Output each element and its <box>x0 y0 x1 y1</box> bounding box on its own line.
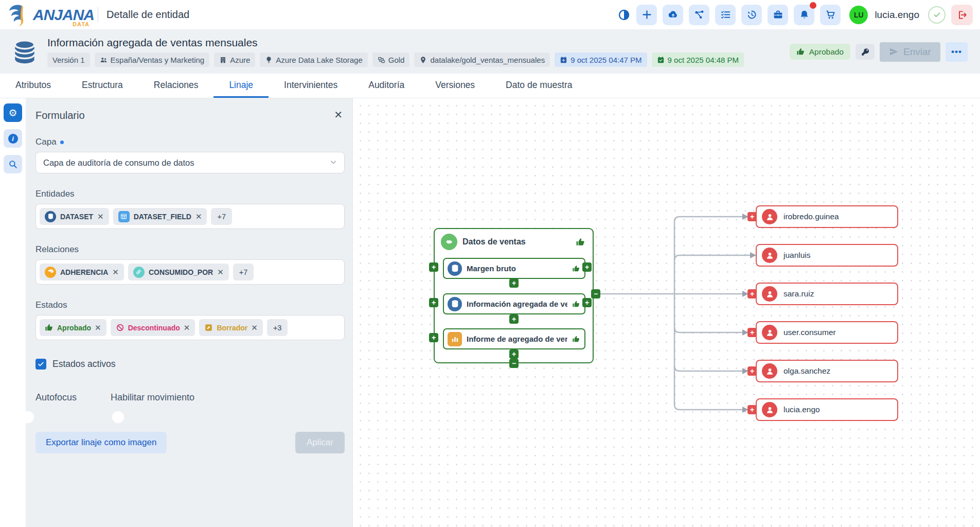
chip-descontinuado[interactable]: Descontinuado✕ <box>111 319 195 336</box>
tab-intervinientes[interactable]: Intervinientes <box>269 74 353 98</box>
capa-select[interactable]: Capa de auditoría de consumo de datos <box>35 152 345 173</box>
tab-auditor-a[interactable]: Auditoría <box>353 74 420 98</box>
remove-chip-icon[interactable]: ✕ <box>195 212 202 221</box>
expand-plus-button[interactable]: + <box>509 349 519 359</box>
thumbs-up-icon <box>572 300 580 308</box>
briefcase-button[interactable] <box>768 5 788 25</box>
add-button[interactable] <box>636 5 657 25</box>
movimiento-label: Habilitar movimiento <box>111 392 194 403</box>
entity-badge: Versión 1 <box>47 52 90 67</box>
estados-label: Estados <box>35 300 345 310</box>
more-count-chip[interactable]: +7 <box>233 264 254 280</box>
tab-atributos[interactable]: Atributos <box>0 74 66 98</box>
tab-versiones[interactable]: Versiones <box>420 74 490 98</box>
chip-consumido_por[interactable]: CONSUMIDO_POR✕ <box>128 264 229 280</box>
apply-button[interactable]: Aplicar <box>295 432 345 453</box>
user-node-lucia.engo[interactable]: lucia.engo <box>756 398 898 421</box>
lineage-node[interactable]: Margen bruto <box>443 258 585 279</box>
estados-activos-checkbox[interactable] <box>35 359 46 370</box>
collapse-minus-button[interactable]: − <box>509 359 519 368</box>
more-count-chip[interactable]: +3 <box>267 319 288 336</box>
chip-borrador[interactable]: Borrador✕ <box>199 319 262 336</box>
database-icon <box>45 211 56 222</box>
lineage-node[interactable]: Informe de agregado de vent.. <box>443 328 585 349</box>
remove-chip-icon[interactable]: ✕ <box>251 323 258 332</box>
expand-plus-button[interactable]: + <box>582 298 592 307</box>
remove-chip-icon[interactable]: ✕ <box>184 323 190 332</box>
remove-chip-icon[interactable]: ✕ <box>97 212 104 221</box>
logo-subtext: DATA <box>73 21 90 27</box>
expand-plus-button[interactable]: + <box>747 212 757 221</box>
remove-chip-icon[interactable]: ✕ <box>112 268 119 277</box>
send-button[interactable]: Enviar <box>880 42 940 62</box>
user-icon <box>762 209 777 224</box>
tab-relaciones[interactable]: Relaciones <box>138 74 214 98</box>
anjana-logo[interactable]: ANJANA DATA <box>5 3 91 27</box>
chip-adherencia[interactable]: ADHERENCIA✕ <box>40 264 124 280</box>
notifications-button[interactable] <box>794 5 814 25</box>
key-icon <box>45 267 56 278</box>
user-node-sara.ruiz[interactable]: sara.ruiz <box>756 283 898 305</box>
entity-tabs: AtributosEstructuraRelacionesLinajeInter… <box>0 74 980 98</box>
database-icon <box>448 261 462 276</box>
expand-plus-button[interactable]: + <box>429 333 438 342</box>
expand-plus-button[interactable]: + <box>429 262 438 272</box>
chip-aprobado[interactable]: Aprobado✕ <box>40 319 106 336</box>
more-actions-button[interactable]: ••• <box>946 42 968 62</box>
cart-button[interactable] <box>820 5 841 25</box>
entidades-multiselect[interactable]: DATASET✕DATASET_FIELD✕+7 <box>35 204 345 229</box>
user-node-olga.sanchez[interactable]: olga.sanchez <box>756 360 898 382</box>
history-button[interactable] <box>741 5 762 25</box>
search-button[interactable] <box>4 155 22 173</box>
expand-plus-button[interactable]: + <box>747 405 757 414</box>
estados-multiselect[interactable]: Aprobado✕Descontinuado✕Borrador✕+3 <box>35 315 345 340</box>
contrast-icon[interactable] <box>617 8 631 22</box>
lineage-button[interactable] <box>689 5 709 25</box>
chip-dataset[interactable]: DATASET✕ <box>40 208 109 225</box>
pencil-square-icon <box>204 323 213 332</box>
expand-plus-button[interactable]: + <box>582 262 592 272</box>
session-check-icon <box>928 6 946 24</box>
collapse-minus-button[interactable]: − <box>591 289 600 298</box>
left-icon-rail: ⚙ i <box>0 98 26 527</box>
expand-plus-button[interactable]: + <box>747 289 757 298</box>
form-settings-button[interactable]: ⚙ <box>4 103 22 122</box>
user-node-user.consumer[interactable]: user.consumer <box>756 321 898 344</box>
lineage-node[interactable]: Información agregada de vent.. <box>443 293 585 314</box>
navbar-actions: LU lucia.engo <box>617 5 973 25</box>
user-node-juanluis[interactable]: juanluis <box>756 244 898 267</box>
expand-plus-button[interactable]: + <box>509 314 519 324</box>
prohibited-icon <box>116 323 124 332</box>
remove-chip-icon[interactable]: ✕ <box>217 268 224 277</box>
user-avatar[interactable]: LU <box>849 6 868 24</box>
expand-plus-button[interactable]: + <box>429 298 438 307</box>
thumb-icon <box>45 323 54 332</box>
relaciones-multiselect[interactable]: ADHERENCIA✕CONSUMIDO_POR✕+7 <box>35 259 345 285</box>
expand-plus-button[interactable]: + <box>747 366 757 376</box>
chip-dataset_field[interactable]: DATASET_FIELD✕ <box>113 208 207 225</box>
entity-database-icon <box>10 38 39 66</box>
export-lineage-button[interactable]: Exportar linaje como imagen <box>35 432 167 453</box>
capa-label: Capa <box>35 137 57 147</box>
more-count-chip[interactable]: +7 <box>211 208 232 225</box>
tab-estructura[interactable]: Estructura <box>66 74 138 98</box>
logout-button[interactable] <box>951 5 973 25</box>
form-title: Formulario <box>35 110 85 121</box>
app-root: ANJANA DATA Detalle de entidad <box>0 0 980 527</box>
tab-dato-de-muestra[interactable]: Dato de muestra <box>490 74 587 98</box>
lineage-group-datos-de-ventas[interactable]: Datos de ventas Margen brutoInformación … <box>434 228 594 363</box>
cloud-upload-button[interactable] <box>663 5 683 25</box>
user-node-irobredo.guinea[interactable]: irobredo.guinea <box>756 205 898 228</box>
pin-icon <box>419 56 427 64</box>
group-title: Datos de ventas <box>462 237 526 247</box>
checklist-button[interactable] <box>715 5 736 25</box>
expand-plus-button[interactable]: + <box>509 278 519 288</box>
key-button[interactable] <box>856 44 875 60</box>
tab-linaje[interactable]: Linaje <box>213 74 269 98</box>
close-form-icon[interactable]: ✕ <box>332 110 345 120</box>
remove-chip-icon[interactable]: ✕ <box>95 323 101 332</box>
info-button[interactable]: i <box>4 129 22 148</box>
expand-plus-button[interactable]: + <box>747 328 757 337</box>
divider <box>98 7 98 23</box>
lineage-canvas[interactable]: Datos de ventas Margen brutoInformación … <box>352 98 980 527</box>
